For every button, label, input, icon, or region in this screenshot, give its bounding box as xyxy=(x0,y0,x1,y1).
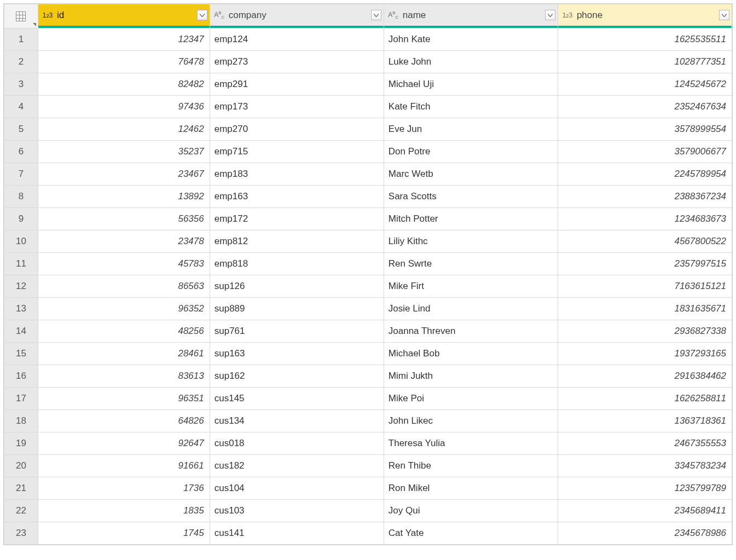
cell-name[interactable]: Michael Uji xyxy=(384,73,558,96)
cell-name[interactable]: Mimi Jukth xyxy=(384,365,558,388)
cell-id[interactable]: 83613 xyxy=(38,365,210,388)
cell-name[interactable]: Marc Wetb xyxy=(384,163,558,186)
filter-button-id[interactable] xyxy=(197,10,207,20)
cell-company[interactable]: cus104 xyxy=(210,477,384,500)
row-number[interactable]: 11 xyxy=(4,253,38,275)
cell-company[interactable]: sup163 xyxy=(210,343,384,365)
cell-name[interactable]: Mike Firt xyxy=(384,275,558,298)
table-row[interactable]: 1448256sup761Joanna Threven2936827338 xyxy=(4,320,732,343)
cell-id[interactable]: 76478 xyxy=(38,51,210,73)
cell-id[interactable]: 64826 xyxy=(38,410,210,432)
cell-name[interactable]: Cat Yate xyxy=(384,522,558,545)
cell-company[interactable]: sup126 xyxy=(210,275,384,298)
cell-name[interactable]: Ren Swrte xyxy=(384,253,558,275)
column-header-company[interactable]: ABC company xyxy=(210,4,384,28)
cell-phone[interactable]: 2345678986 xyxy=(558,522,732,545)
cell-company[interactable]: cus018 xyxy=(210,432,384,455)
row-number[interactable]: 12 xyxy=(4,275,38,298)
cell-company[interactable]: cus134 xyxy=(210,410,384,432)
cell-phone[interactable]: 2467355553 xyxy=(558,432,732,455)
table-row[interactable]: 1396352sup889Josie Lind1831635671 xyxy=(4,298,732,320)
cell-phone[interactable]: 3578999554 xyxy=(558,118,732,141)
table-row[interactable]: 813892emp163Sara Scotts2388367234 xyxy=(4,186,732,208)
cell-company[interactable]: emp163 xyxy=(210,186,384,208)
cell-company[interactable]: cus145 xyxy=(210,388,384,410)
cell-id[interactable]: 82482 xyxy=(38,73,210,96)
cell-company[interactable]: emp291 xyxy=(210,73,384,96)
cell-name[interactable]: Kate Fitch xyxy=(384,96,558,118)
row-number[interactable]: 9 xyxy=(4,208,38,230)
cell-phone[interactable]: 2245789954 xyxy=(558,163,732,186)
cell-phone[interactable]: 3579006677 xyxy=(558,141,732,163)
cell-name[interactable]: Theresa Yulia xyxy=(384,432,558,455)
cell-id[interactable]: 86563 xyxy=(38,275,210,298)
cell-company[interactable]: emp812 xyxy=(210,230,384,253)
row-number[interactable]: 2 xyxy=(4,51,38,73)
cell-company[interactable]: emp124 xyxy=(210,28,384,51)
data-preview-grid[interactable]: 123 id ABC company xyxy=(3,3,733,545)
cell-phone[interactable]: 2388367234 xyxy=(558,186,732,208)
cell-id[interactable]: 1745 xyxy=(38,522,210,545)
cell-phone[interactable]: 1626258811 xyxy=(558,388,732,410)
table-row[interactable]: 276478emp273Luke John1028777351 xyxy=(4,51,732,73)
filter-button-phone[interactable] xyxy=(719,10,729,20)
row-number[interactable]: 4 xyxy=(4,96,38,118)
row-number[interactable]: 23 xyxy=(4,522,38,545)
table-row[interactable]: 382482emp291Michael Uji1245245672 xyxy=(4,73,732,96)
cell-phone[interactable]: 2916384462 xyxy=(558,365,732,388)
table-row[interactable]: 1023478emp812Liliy Kithc4567800522 xyxy=(4,230,732,253)
table-row[interactable]: 231745cus141Cat Yate2345678986 xyxy=(4,522,732,545)
cell-company[interactable]: sup761 xyxy=(210,320,384,343)
table-row[interactable]: 2091661cus182Ren Thibe3345783234 xyxy=(4,455,732,477)
cell-phone[interactable]: 1235799789 xyxy=(558,477,732,500)
row-number[interactable]: 16 xyxy=(4,365,38,388)
cell-id[interactable]: 28461 xyxy=(38,343,210,365)
column-header-name[interactable]: ABC name xyxy=(384,4,558,28)
table-row[interactable]: 1286563sup126Mike Firt7163615121 xyxy=(4,275,732,298)
row-number[interactable]: 10 xyxy=(4,230,38,253)
cell-id[interactable]: 12462 xyxy=(38,118,210,141)
table-row[interactable]: 1992647cus018Theresa Yulia2467355553 xyxy=(4,432,732,455)
table-row[interactable]: 635237emp715Don Potre3579006677 xyxy=(4,141,732,163)
table-row[interactable]: 1683613sup162Mimi Jukth2916384462 xyxy=(4,365,732,388)
column-header-phone[interactable]: 123 phone xyxy=(558,4,732,28)
row-number[interactable]: 14 xyxy=(4,320,38,343)
cell-name[interactable]: John Kate xyxy=(384,28,558,51)
row-number[interactable]: 7 xyxy=(4,163,38,186)
filter-button-name[interactable] xyxy=(545,10,555,20)
cell-name[interactable]: Don Potre xyxy=(384,141,558,163)
cell-id[interactable]: 96352 xyxy=(38,298,210,320)
cell-name[interactable]: Luke John xyxy=(384,51,558,73)
cell-phone[interactable]: 2352467634 xyxy=(558,96,732,118)
cell-company[interactable]: emp173 xyxy=(210,96,384,118)
cell-id[interactable]: 96351 xyxy=(38,388,210,410)
cell-phone[interactable]: 1363718361 xyxy=(558,410,732,432)
table-row[interactable]: 956356emp172Mitch Potter1234683673 xyxy=(4,208,732,230)
cell-phone[interactable]: 1831635671 xyxy=(558,298,732,320)
cell-phone[interactable]: 3345783234 xyxy=(558,455,732,477)
table-row[interactable]: 112347emp124John Kate1625535511 xyxy=(4,28,732,51)
table-row[interactable]: 211736cus104Ron Mikel1235799789 xyxy=(4,477,732,500)
cell-company[interactable]: cus103 xyxy=(210,500,384,522)
cell-name[interactable]: Eve Jun xyxy=(384,118,558,141)
table-row[interactable]: 221835cus103Joy Qui2345689411 xyxy=(4,500,732,522)
row-number[interactable]: 15 xyxy=(4,343,38,365)
cell-name[interactable]: Ren Thibe xyxy=(384,455,558,477)
cell-company[interactable]: cus141 xyxy=(210,522,384,545)
table-row[interactable]: 1528461sup163Michael Bob1937293165 xyxy=(4,343,732,365)
cell-id[interactable]: 48256 xyxy=(38,320,210,343)
cell-phone[interactable]: 1937293165 xyxy=(558,343,732,365)
cell-name[interactable]: Mike Poi xyxy=(384,388,558,410)
cell-phone[interactable]: 2936827338 xyxy=(558,320,732,343)
row-number[interactable]: 21 xyxy=(4,477,38,500)
cell-id[interactable]: 1835 xyxy=(38,500,210,522)
cell-name[interactable]: Sara Scotts xyxy=(384,186,558,208)
cell-id[interactable]: 45783 xyxy=(38,253,210,275)
cell-company[interactable]: sup889 xyxy=(210,298,384,320)
cell-company[interactable]: emp273 xyxy=(210,51,384,73)
table-row[interactable]: 497436emp173Kate Fitch2352467634 xyxy=(4,96,732,118)
row-number[interactable]: 3 xyxy=(4,73,38,96)
filter-button-company[interactable] xyxy=(371,10,381,20)
row-number[interactable]: 5 xyxy=(4,118,38,141)
cell-name[interactable]: Mitch Potter xyxy=(384,208,558,230)
